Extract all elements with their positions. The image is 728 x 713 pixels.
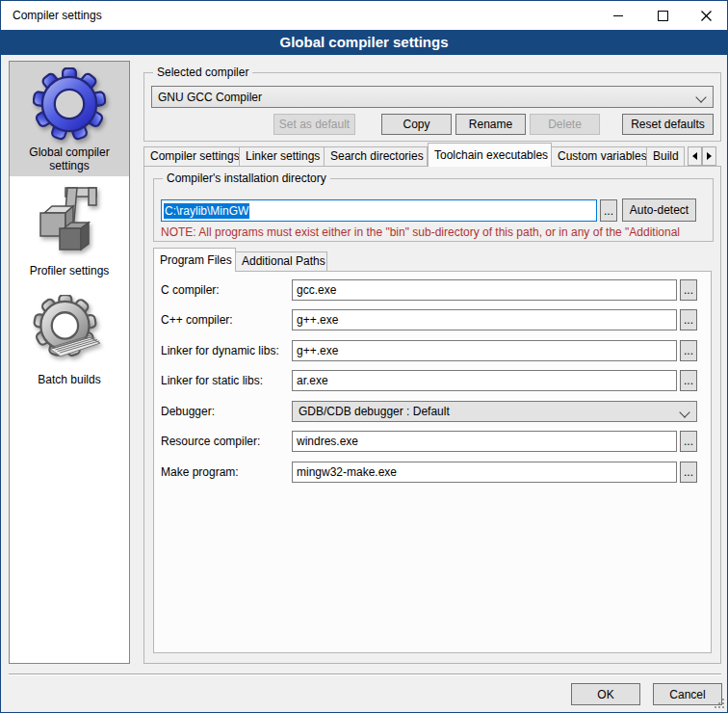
close-icon (701, 11, 712, 21)
main-tabs: Compiler settings Linker settings Search… (143, 143, 685, 167)
tab-linker-settings[interactable]: Linker settings (240, 146, 325, 167)
close-button[interactable] (684, 1, 728, 30)
rename-button[interactable]: Rename (455, 114, 526, 135)
gear-blue-icon (33, 67, 106, 141)
tab-compiler-settings[interactable]: Compiler settings (143, 146, 240, 167)
footer-separator (9, 673, 721, 675)
tab-scroll-right-button[interactable] (702, 146, 716, 166)
field-label-make-program: Make program: (161, 465, 239, 479)
sidebar-item-batch-builds[interactable]: Batch builds (10, 285, 129, 391)
gear-stack-icon (33, 295, 106, 368)
copy-button[interactable]: Copy (381, 114, 452, 135)
selected-compiler-value: GNU GCC Compiler (158, 91, 262, 104)
debugger-value: GDB/CDB debugger : Default (299, 405, 450, 418)
subtab-additional-paths[interactable]: Additional Paths (236, 251, 327, 272)
sidebar-item-label: Batch builds (10, 371, 129, 392)
resize-grip[interactable] (715, 699, 725, 709)
field-label-debugger: Debugger: (161, 405, 215, 418)
install-dir-browse-button[interactable]: ... (600, 199, 617, 222)
bin-subdirectory-note: NOTE: All programs must exist either in … (161, 225, 708, 239)
ok-button[interactable]: OK (571, 683, 640, 705)
sidebar-item-label: Profiler settings (10, 262, 129, 283)
field-label-c-compiler: C compiler: (161, 283, 220, 297)
c-compiler-input[interactable] (292, 279, 677, 301)
install-dir-value: C:\raylib\MinGW (164, 203, 249, 219)
make-program-browse-button[interactable]: ... (680, 462, 697, 483)
debugger-dropdown[interactable]: GDB/CDB debugger : Default (292, 401, 697, 422)
minimize-icon (613, 15, 623, 16)
maximize-icon (658, 11, 668, 21)
delete-button[interactable]: Delete (530, 114, 600, 135)
titlebar: Compiler settings (1, 1, 727, 30)
window-title: Compiler settings (13, 9, 102, 22)
field-label-cpp-compiler: C++ compiler: (161, 313, 233, 327)
resource-compiler-input[interactable] (292, 431, 677, 452)
right-arrow-icon (707, 152, 712, 160)
caliper-icon (33, 186, 106, 259)
linker-dynamic-input[interactable] (292, 340, 677, 361)
chevron-down-icon (679, 407, 689, 417)
cpp-compiler-input[interactable] (292, 309, 677, 330)
page-title: Global compiler settings (1, 30, 727, 55)
linker-static-browse-button[interactable]: ... (680, 370, 697, 391)
field-label-resource-compiler: Resource compiler: (161, 435, 260, 448)
c-compiler-browse-button[interactable]: ... (680, 279, 697, 301)
linker-dynamic-browse-button[interactable]: ... (680, 340, 697, 361)
compiler-settings-dialog: Compiler settings Global compiler settin… (0, 0, 728, 713)
maximize-button[interactable] (640, 1, 685, 30)
linker-static-input[interactable] (292, 370, 677, 391)
minimize-button[interactable] (596, 1, 640, 30)
field-label-linker-dynamic: Linker for dynamic libs: (161, 344, 279, 357)
cancel-button[interactable]: Cancel (653, 683, 722, 705)
tab-scroll-left-button[interactable] (688, 146, 702, 166)
selected-compiler-group-label: Selected compiler (153, 66, 252, 79)
sidebar-item-global-compiler-settings[interactable]: Global compiler settings (10, 62, 129, 176)
tab-build-options[interactable]: Build (647, 146, 685, 167)
sidebar-item-label: Global compiler settings (10, 144, 129, 178)
make-program-input[interactable] (292, 462, 677, 483)
field-label-linker-static: Linker for static libs: (161, 374, 263, 387)
resource-compiler-browse-button[interactable]: ... (680, 431, 697, 452)
autodetect-button[interactable]: Auto-detect (622, 198, 696, 222)
cpp-compiler-browse-button[interactable]: ... (680, 309, 697, 330)
tab-search-directories[interactable]: Search directories (325, 146, 428, 167)
subtab-program-files[interactable]: Program Files (153, 248, 236, 272)
selected-compiler-dropdown[interactable]: GNU GCC Compiler (151, 86, 714, 108)
chevron-down-icon (695, 92, 706, 102)
toolchain-subtabs: Program Files Additional Paths (153, 248, 327, 272)
set-as-default-button[interactable]: Set as default (273, 114, 355, 135)
settings-category-list: Global compiler settings Profiler settin… (9, 61, 130, 664)
install-dir-group-label: Compiler's installation directory (163, 172, 330, 185)
left-arrow-icon (692, 152, 697, 160)
tab-custom-variables[interactable]: Custom variables (552, 146, 647, 167)
reset-defaults-button[interactable]: Reset defaults (622, 114, 714, 135)
sidebar-item-profiler-settings[interactable]: Profiler settings (10, 176, 129, 285)
install-dir-input[interactable]: C:\raylib\MinGW (161, 199, 597, 222)
tab-toolchain-executables[interactable]: Toolchain executables (428, 143, 552, 167)
